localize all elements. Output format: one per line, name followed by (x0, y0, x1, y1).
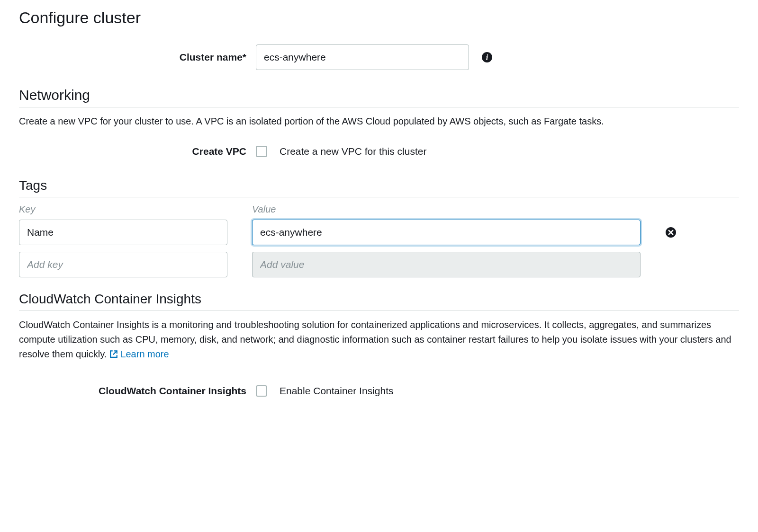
create-vpc-checkbox-label: Create a new VPC for this cluster (280, 146, 426, 157)
cluster-name-row: Cluster name* i (19, 44, 739, 70)
divider (19, 31, 739, 31)
configure-cluster-heading: Configure cluster (19, 9, 739, 27)
insights-label: CloudWatch Container Insights (19, 385, 256, 397)
learn-more-link[interactable]: Learn more (120, 349, 169, 359)
svg-text:i: i (486, 53, 488, 62)
cluster-name-input[interactable] (256, 44, 469, 70)
insights-heading: CloudWatch Container Insights (19, 292, 739, 307)
divider (19, 197, 739, 197)
tags-heading: Tags (19, 178, 739, 193)
tag-key-input[interactable] (19, 220, 227, 245)
networking-heading: Networking (19, 87, 739, 103)
tags-value-header: Value (252, 204, 276, 215)
insights-description: CloudWatch Container Insights is a monit… (19, 318, 739, 362)
external-link-icon (109, 350, 118, 358)
tag-value-input[interactable] (252, 220, 641, 245)
enable-insights-checkbox-label: Enable Container Insights (280, 385, 394, 397)
enable-insights-checkbox[interactable] (256, 385, 267, 397)
insights-checkbox-row: CloudWatch Container Insights Enable Con… (19, 385, 739, 397)
info-icon[interactable]: i (481, 52, 493, 63)
create-vpc-checkbox[interactable] (256, 146, 267, 157)
tags-table: Key Value (19, 204, 739, 277)
tag-add-value-input (252, 252, 641, 277)
divider (19, 107, 739, 107)
create-vpc-label: Create VPC (19, 146, 256, 157)
tags-key-header: Key (19, 204, 227, 215)
create-vpc-row: Create VPC Create a new VPC for this clu… (19, 146, 739, 157)
tag-add-key-input[interactable] (19, 252, 227, 277)
cluster-name-label: Cluster name* (19, 52, 256, 63)
networking-description: Create a new VPC for your cluster to use… (19, 114, 739, 129)
tag-row (19, 220, 739, 245)
divider (19, 310, 739, 311)
page-root: Configure cluster Cluster name* i Networ… (0, 0, 758, 532)
insights-section: CloudWatch Container Insights CloudWatch… (19, 292, 739, 397)
tags-headers: Key Value (19, 204, 739, 215)
remove-tag-icon[interactable] (665, 227, 677, 238)
tag-row-new (19, 252, 739, 277)
